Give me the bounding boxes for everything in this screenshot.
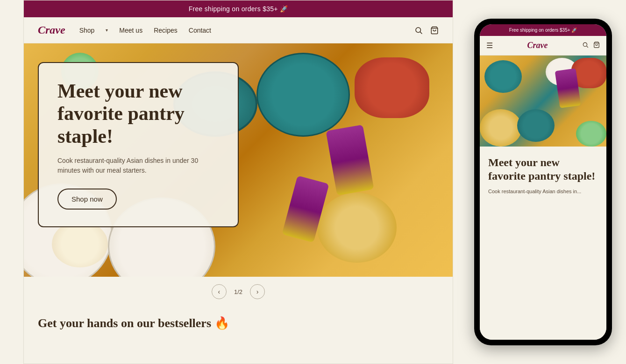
announcement-bar: Free shipping on orders $35+ 🚀 bbox=[24, 0, 453, 17]
mobile-plate-4 bbox=[480, 109, 522, 147]
mobile-search-icon[interactable] bbox=[582, 42, 589, 50]
hero-section: Meet your new favorite pantry staple! Co… bbox=[24, 43, 453, 277]
search-button[interactable] bbox=[414, 26, 423, 35]
search-icon bbox=[414, 26, 423, 35]
mobile-device: Free shipping on orders $35+ 🚀 ☰ Crave bbox=[474, 19, 612, 345]
announcement-text: Free shipping on orders $35+ 🚀 bbox=[189, 5, 288, 13]
hero-subtitle: Cook restaurant-quality Asian dishes in … bbox=[57, 156, 219, 175]
mobile-plate-1 bbox=[484, 60, 522, 93]
bestsellers-title: Get your hands on our bestsellers 🔥 bbox=[38, 316, 439, 330]
mobile-hero-title: Meet your new favorite pantry staple! bbox=[488, 156, 598, 183]
carousel-counter: 1/2 bbox=[234, 288, 242, 295]
svg-line-4 bbox=[587, 46, 588, 47]
logo[interactable]: Crave bbox=[38, 24, 65, 36]
cart-button[interactable] bbox=[430, 26, 439, 35]
nav: Crave Shop ▾ Meet us Recipes Contact bbox=[24, 17, 453, 43]
mobile-plate-5 bbox=[517, 109, 555, 142]
mobile-announcement-text: Free shipping on orders $35+ 🚀 bbox=[509, 28, 577, 33]
cart-icon bbox=[430, 26, 439, 35]
mobile-hero-image bbox=[480, 56, 606, 147]
nav-meet-us[interactable]: Meet us bbox=[119, 27, 142, 34]
bestsellers-section: Get your hands on our bestsellers 🔥 bbox=[24, 307, 453, 335]
hero-background: Meet your new favorite pantry staple! Co… bbox=[24, 43, 453, 277]
carousel-nav: ‹ 1/2 › bbox=[24, 277, 453, 307]
svg-point-0 bbox=[416, 28, 421, 33]
mobile-hero-subtitle: Cook restaurant-quality Asian dishes in.… bbox=[488, 188, 598, 196]
svg-point-3 bbox=[583, 42, 587, 46]
shop-chevron-icon: ▾ bbox=[106, 28, 108, 33]
mobile-inner: Free shipping on orders $35+ 🚀 ☰ Crave bbox=[480, 24, 606, 340]
product-box-1 bbox=[326, 125, 374, 196]
carousel-next-button[interactable]: › bbox=[250, 284, 265, 299]
nav-icons bbox=[414, 26, 439, 35]
hero-title: Meet your new favorite pantry staple! bbox=[57, 80, 219, 147]
food-rice bbox=[52, 221, 108, 267]
nav-contact[interactable]: Contact bbox=[189, 27, 211, 34]
plate-3 bbox=[256, 53, 350, 137]
mobile-announcement-bar: Free shipping on orders $35+ 🚀 bbox=[480, 24, 606, 36]
mobile-nav-icons bbox=[582, 42, 600, 50]
mobile-logo[interactable]: Crave bbox=[527, 41, 548, 50]
hero-text-box: Meet your new favorite pantry staple! Co… bbox=[38, 62, 239, 227]
page: Free shipping on orders $35+ 🚀 Crave Sho… bbox=[0, 0, 626, 364]
desktop-section: Free shipping on orders $35+ 🚀 Crave Sho… bbox=[23, 0, 453, 364]
svg-line-1 bbox=[420, 32, 422, 34]
nav-links: Shop ▾ Meet us Recipes Contact bbox=[79, 27, 414, 34]
mobile-plate-6 bbox=[576, 121, 606, 147]
shop-now-button[interactable]: Shop now bbox=[57, 189, 117, 210]
nav-recipes[interactable]: Recipes bbox=[154, 27, 178, 34]
mobile-cart-icon[interactable] bbox=[593, 42, 600, 50]
mobile-nav: ☰ Crave bbox=[480, 36, 606, 56]
bowl-1 bbox=[317, 193, 397, 263]
hamburger-icon[interactable]: ☰ bbox=[486, 41, 493, 50]
food-red bbox=[355, 57, 429, 118]
mobile-text-area: Meet your new favorite pantry staple! Co… bbox=[480, 147, 606, 340]
carousel-prev-button[interactable]: ‹ bbox=[212, 284, 227, 299]
nav-shop[interactable]: Shop bbox=[79, 27, 95, 34]
